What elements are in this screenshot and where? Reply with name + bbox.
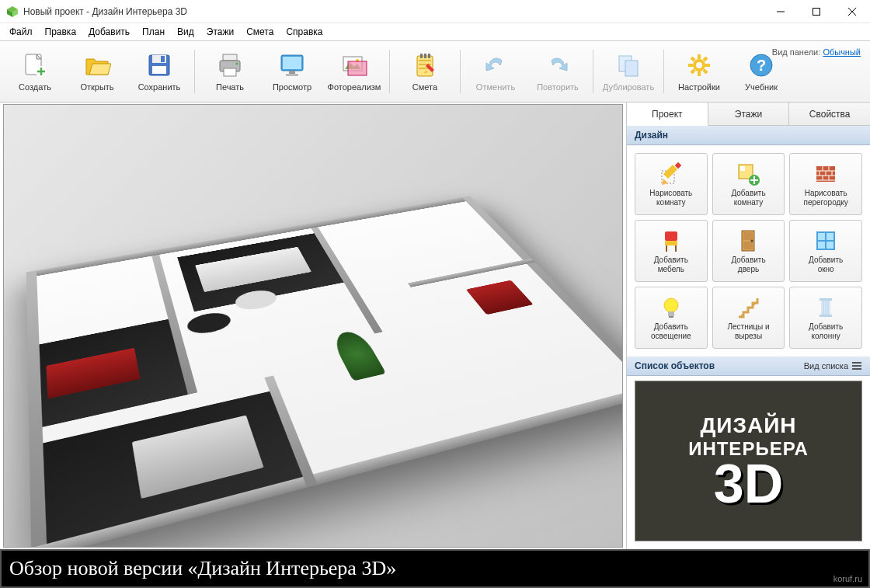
separator — [593, 50, 593, 93]
tab-properties[interactable]: Свойства — [789, 103, 870, 125]
svg-line-42 — [704, 57, 707, 61]
separator — [663, 50, 664, 93]
duplicate-button[interactable]: Дублировать — [598, 43, 659, 99]
add-lighting-button[interactable]: Добавитьосвещение — [635, 287, 708, 349]
svg-rect-19 — [283, 57, 301, 69]
undo-icon — [482, 51, 510, 79]
close-button[interactable] — [834, 0, 870, 23]
svg-rect-21 — [286, 74, 298, 76]
svg-rect-16 — [224, 68, 236, 76]
sidebar: Проект Этажи Свойства Дизайн Нарисоватьк… — [626, 103, 870, 549]
watermark: koruf.ru — [833, 574, 862, 583]
svg-rect-47 — [675, 162, 681, 168]
3d-canvas[interactable] — [3, 104, 623, 548]
estimate-button[interactable]: Смета — [395, 43, 455, 99]
svg-rect-82 — [852, 362, 861, 364]
svg-rect-77 — [820, 315, 832, 317]
svg-rect-76 — [820, 298, 832, 301]
add-column-button[interactable]: Добавитьколонну — [789, 287, 862, 349]
menu-floors[interactable]: Этажи — [200, 24, 240, 40]
preview-button[interactable]: Просмотр — [262, 43, 322, 99]
menu-help[interactable]: Справка — [280, 24, 329, 40]
tab-floors[interactable]: Этажи — [708, 103, 790, 125]
settings-button[interactable]: Настройки — [669, 43, 729, 99]
window-icon — [813, 228, 838, 253]
redo-icon — [544, 51, 572, 79]
banner-text: Обзор новой версии «Дизайн Интерьера 3D» — [9, 557, 396, 580]
add-window-button[interactable]: Добавитьокно — [789, 220, 862, 282]
list-icon — [851, 360, 862, 371]
column-icon — [813, 295, 838, 320]
photo-icon — [340, 51, 368, 79]
lightbulb-icon — [659, 295, 684, 320]
svg-rect-31 — [424, 54, 426, 58]
open-button[interactable]: Открыть — [67, 43, 127, 99]
chair-icon — [659, 228, 684, 253]
design-header: Дизайн — [627, 126, 870, 145]
gear-icon — [685, 51, 713, 79]
photoreal-button[interactable]: Фотореализм — [324, 43, 385, 99]
draw-room-button[interactable]: Нарисоватькомнату — [635, 153, 708, 215]
new-file-icon — [21, 51, 49, 79]
menu-plan[interactable]: План — [136, 24, 171, 40]
menu-add[interactable]: Добавить — [82, 24, 136, 40]
svg-rect-13 — [152, 66, 166, 74]
svg-rect-74 — [668, 311, 674, 316]
objects-header: Список объектов Вид списка — [627, 357, 870, 376]
panel-mode-link[interactable]: Обычный — [823, 47, 861, 57]
monitor-icon — [278, 51, 306, 79]
app-icon — [6, 5, 19, 18]
notepad-icon — [411, 51, 439, 79]
save-button[interactable]: Сохранить — [129, 43, 190, 99]
stairs-button[interactable]: Лестницы ивырезы — [712, 287, 785, 349]
add-furniture-button[interactable]: Добавитьмебель — [635, 220, 708, 282]
svg-point-17 — [236, 63, 238, 65]
main-area: Проект Этажи Свойства Дизайн Нарисоватьк… — [0, 103, 870, 549]
folder-open-icon — [83, 51, 111, 79]
door-icon — [736, 228, 760, 253]
undo-button[interactable]: Отменить — [465, 43, 526, 99]
menu-view[interactable]: Вид — [171, 24, 200, 40]
help-icon: ? — [747, 51, 775, 79]
list-mode-toggle[interactable]: Вид списка — [804, 360, 862, 371]
draw-partition-button[interactable]: Нарисоватьперегородку — [789, 153, 862, 215]
tab-project[interactable]: Проект — [627, 103, 708, 126]
svg-rect-83 — [852, 365, 861, 367]
svg-rect-4 — [813, 8, 820, 15]
svg-text:?: ? — [757, 57, 766, 74]
panel-mode: Вид панели: Обычный — [772, 47, 861, 57]
svg-rect-32 — [428, 54, 430, 58]
pencil-room-icon — [659, 162, 684, 186]
menu-estimate[interactable]: Смета — [240, 24, 280, 40]
add-door-button[interactable]: Добавитьдверь — [712, 220, 785, 282]
svg-rect-25 — [348, 61, 367, 75]
titlebar: Новый проект - Дизайн Интерьера 3D — [0, 0, 870, 23]
minimize-button[interactable] — [763, 0, 799, 23]
svg-line-43 — [691, 70, 694, 73]
separator — [194, 50, 195, 93]
maximize-button[interactable] — [799, 0, 834, 23]
separator — [389, 50, 390, 93]
toolbar: Создать Открыть Сохранить Печать Просмот… — [0, 40, 870, 103]
create-button[interactable]: Создать — [5, 43, 65, 99]
svg-rect-84 — [852, 368, 861, 370]
svg-point-69 — [751, 239, 753, 242]
object-preview: ДИЗАЙН ИНТЕРЬЕРА 3D — [635, 381, 862, 541]
svg-rect-49 — [740, 166, 745, 171]
add-room-button[interactable]: Добавитькомнату — [712, 153, 785, 215]
menu-file[interactable]: Файл — [3, 24, 39, 40]
menu-edit[interactable]: Правка — [39, 24, 83, 40]
print-button[interactable]: Печать — [200, 43, 260, 99]
svg-rect-12 — [161, 56, 165, 62]
viewport[interactable] — [0, 103, 626, 549]
printer-icon — [216, 51, 244, 79]
svg-rect-75 — [669, 316, 673, 318]
design-tools: Нарисоватькомнату Добавитькомнату Нарисо… — [627, 145, 870, 357]
separator — [460, 50, 461, 93]
svg-rect-30 — [420, 54, 423, 58]
floppy-disk-icon — [145, 51, 173, 79]
svg-line-41 — [704, 70, 707, 73]
svg-rect-62 — [665, 231, 677, 241]
stairs-icon — [736, 295, 760, 320]
redo-button[interactable]: Повторить — [527, 43, 588, 99]
